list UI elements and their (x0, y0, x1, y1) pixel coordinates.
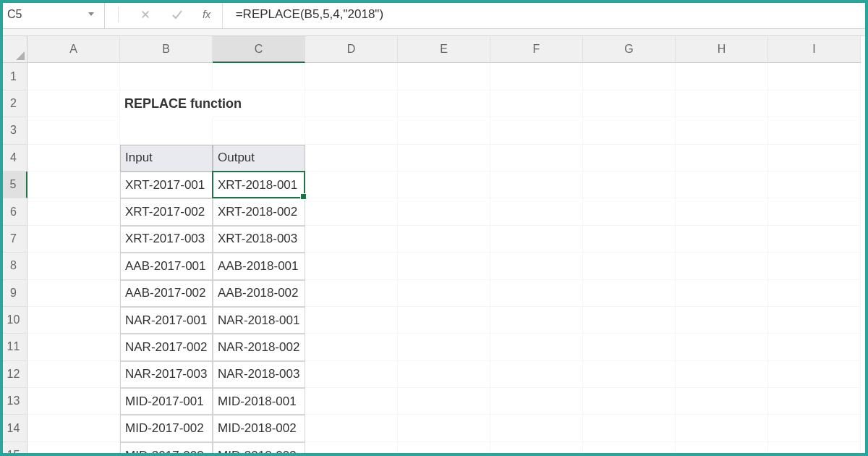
cell-F3[interactable] (490, 117, 583, 144)
cell-G15[interactable] (583, 442, 676, 456)
cell-G8[interactable] (583, 253, 676, 279)
cell-H3[interactable] (676, 117, 768, 144)
cell-H12[interactable] (676, 361, 768, 388)
column-header-f[interactable]: F (490, 36, 583, 63)
cell-H10[interactable] (676, 307, 768, 334)
row-header-2[interactable]: 2 (0, 90, 27, 117)
column-header-b[interactable]: B (120, 36, 213, 63)
row-header-6[interactable]: 6 (0, 198, 27, 225)
cell-H1[interactable] (676, 63, 768, 90)
cell-A9[interactable] (27, 280, 120, 307)
cell-B9[interactable]: AAB-2017-002 (120, 280, 213, 307)
row-header-13[interactable]: 13 (0, 388, 27, 415)
cell-I12[interactable] (768, 361, 861, 388)
cell-F11[interactable] (490, 334, 583, 360)
cell-G11[interactable] (583, 334, 676, 360)
row-header-15[interactable]: 15 (0, 442, 27, 456)
cell-G4[interactable] (583, 145, 676, 172)
cell-A6[interactable] (27, 198, 120, 225)
cell-C8[interactable]: AAB-2018-001 (213, 253, 305, 279)
cell-F4[interactable] (490, 145, 583, 172)
chevron-down-icon[interactable] (88, 12, 94, 16)
cell-H2[interactable] (676, 90, 768, 117)
cell-E3[interactable] (398, 117, 490, 144)
column-header-a[interactable]: A (27, 36, 120, 63)
row-header-14[interactable]: 14 (0, 415, 27, 442)
cell-I8[interactable] (768, 253, 861, 279)
cell-G14[interactable] (583, 415, 676, 442)
cell-I9[interactable] (768, 280, 861, 307)
cell-H15[interactable] (676, 442, 768, 456)
cell-C1[interactable] (213, 63, 305, 90)
cell-C10[interactable]: NAR-2018-001 (213, 307, 305, 334)
cell-G12[interactable] (583, 361, 676, 388)
cell-E10[interactable] (398, 307, 490, 334)
cell-F10[interactable] (490, 307, 583, 334)
spreadsheet-grid[interactable]: ABCDEFGHI12REPLACE function34InputOutput… (0, 36, 868, 456)
formula-input[interactable]: =REPLACE(B5,5,4,"2018") (222, 0, 868, 28)
cancel-icon[interactable] (139, 8, 152, 21)
cell-I4[interactable] (768, 145, 861, 172)
cell-D7[interactable] (305, 226, 398, 253)
cell-E6[interactable] (398, 198, 490, 225)
cell-E1[interactable] (398, 63, 490, 90)
cell-E7[interactable] (398, 226, 490, 253)
cell-B1[interactable] (120, 63, 213, 90)
cell-B10[interactable]: NAR-2017-001 (120, 307, 213, 334)
column-header-d[interactable]: D (305, 36, 398, 63)
cell-C11[interactable]: NAR-2018-002 (213, 334, 305, 360)
cell-G1[interactable] (583, 63, 676, 90)
cell-B6[interactable]: XRT-2017-002 (120, 198, 213, 225)
cell-A14[interactable] (27, 415, 120, 442)
cell-I6[interactable] (768, 198, 861, 225)
confirm-icon[interactable] (171, 8, 184, 21)
cell-H9[interactable] (676, 280, 768, 307)
cell-C3[interactable] (213, 117, 305, 144)
cell-E8[interactable] (398, 253, 490, 279)
row-header-10[interactable]: 10 (0, 307, 27, 334)
cell-I15[interactable] (768, 442, 861, 456)
cell-C5[interactable]: XRT-2018-001 (213, 172, 305, 198)
cell-G10[interactable] (583, 307, 676, 334)
column-header-g[interactable]: G (583, 36, 676, 63)
cell-A13[interactable] (27, 388, 120, 415)
cell-G6[interactable] (583, 198, 676, 225)
cell-E4[interactable] (398, 145, 490, 172)
cell-D8[interactable] (305, 253, 398, 279)
cell-F13[interactable] (490, 388, 583, 415)
cell-E15[interactable] (398, 442, 490, 456)
cell-I11[interactable] (768, 334, 861, 360)
cell-A11[interactable] (27, 334, 120, 360)
cell-B5[interactable]: XRT-2017-001 (120, 172, 213, 198)
cell-G3[interactable] (583, 117, 676, 144)
cell-F14[interactable] (490, 415, 583, 442)
cell-A10[interactable] (27, 307, 120, 334)
cell-H11[interactable] (676, 334, 768, 360)
cell-E12[interactable] (398, 361, 490, 388)
row-header-8[interactable]: 8 (0, 253, 27, 279)
cell-C6[interactable]: XRT-2018-002 (213, 198, 305, 225)
column-header-c[interactable]: C (213, 36, 305, 63)
row-header-7[interactable]: 7 (0, 226, 27, 253)
row-header-1[interactable]: 1 (0, 63, 27, 90)
cell-G5[interactable] (583, 172, 676, 198)
cell-F1[interactable] (490, 63, 583, 90)
row-header-4[interactable]: 4 (0, 145, 27, 172)
cell-B14[interactable]: MID-2017-002 (120, 415, 213, 442)
cell-D14[interactable] (305, 415, 398, 442)
cell-A4[interactable] (27, 145, 120, 172)
cell-E9[interactable] (398, 280, 490, 307)
cell-B15[interactable]: MID-2017-003 (120, 442, 213, 456)
cell-I7[interactable] (768, 226, 861, 253)
cell-C13[interactable]: MID-2018-001 (213, 388, 305, 415)
cell-C15[interactable]: MID-2018-003 (213, 442, 305, 456)
cell-I14[interactable] (768, 415, 861, 442)
cell-F5[interactable] (490, 172, 583, 198)
cell-D4[interactable] (305, 145, 398, 172)
cell-D6[interactable] (305, 198, 398, 225)
cell-A15[interactable] (27, 442, 120, 456)
cell-H7[interactable] (676, 226, 768, 253)
row-header-9[interactable]: 9 (0, 280, 27, 307)
cell-D11[interactable] (305, 334, 398, 360)
cell-A1[interactable] (27, 63, 120, 90)
